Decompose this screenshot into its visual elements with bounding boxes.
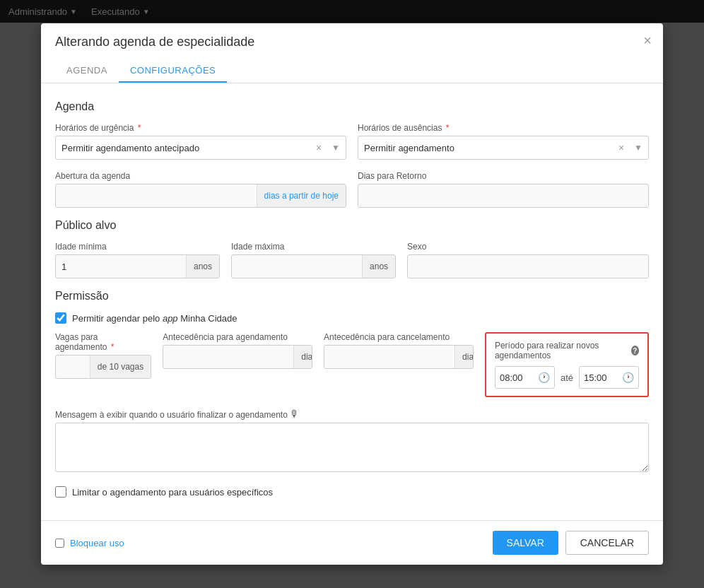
modal-overlay: Alterando agenda de especialidade × AGEN… (0, 0, 704, 588)
tab-agenda[interactable]: AGENDA (55, 59, 119, 83)
antecedencia-input-group: dias (163, 345, 312, 369)
cancelamento-suffix: dias (454, 346, 474, 368)
publico-row: Idade mínima anos Idade máxima anos Sexo (55, 242, 649, 278)
sexo-label: Sexo (407, 242, 649, 252)
idade-min-input-group: anos (55, 254, 220, 278)
modal-body: Agenda Horários de urgência * Permitir a… (41, 83, 663, 520)
chevron-down-icon: ▼ (628, 143, 648, 153)
permissao-heading: Permissão (55, 290, 649, 302)
idade-max-input-group: anos (231, 254, 396, 278)
vagas-periodo-row: Vagas para agendamento * de 10 vagas Ant… (55, 332, 649, 397)
periodo-label: Período para realizar novos agendamentos… (495, 341, 639, 360)
abertura-input[interactable] (56, 184, 257, 207)
bloquear-checkbox[interactable] (55, 539, 64, 548)
vagas-input[interactable] (56, 355, 90, 378)
cancelamento-input-group: dias (324, 345, 474, 369)
ausencias-select-wrapper[interactable]: Permitir agendamento × ▼ (358, 136, 649, 160)
retorno-label: Dias para Retorno (358, 171, 649, 181)
abertura-col: Abertura da agenda dias a partir de hoje (55, 171, 346, 208)
abertura-row: Abertura da agenda dias a partir de hoje… (55, 171, 649, 208)
limitar-checkbox-row: Limitar o agendamento para usuários espe… (55, 486, 649, 498)
idade-min-label: Idade mínima (55, 242, 220, 252)
vagas-input-group: de 10 vagas (55, 355, 151, 379)
tab-bar: AGENDA CONFIGURAÇÕES (55, 59, 649, 83)
urgencia-required: * (138, 123, 141, 133)
modal-dialog: Alterando agenda de especialidade × AGEN… (41, 23, 663, 565)
abertura-label: Abertura da agenda (55, 171, 346, 181)
idade-max-suffix: anos (362, 255, 395, 278)
idade-min-suffix: anos (186, 255, 219, 278)
periodo-inputs: 🕐 até 🕐 (495, 366, 639, 389)
urgencia-select[interactable]: Permitir agendamento antecipado (56, 136, 312, 159)
chevron-down-icon: ▼ (326, 143, 346, 153)
app-checkbox-label: Permitir agendar pelo app Minha Cidade (72, 313, 237, 324)
limitar-label: Limitar o agendamento para usuários espe… (72, 487, 273, 498)
antecedencia-input[interactable] (163, 346, 293, 368)
idade-min-input[interactable] (56, 255, 186, 278)
vagas-label: Vagas para agendamento * (55, 332, 151, 352)
vagas-suffix: de 10 vagas (90, 355, 151, 378)
antecedencia-suffix: dias (293, 346, 312, 368)
ausencias-col: Horários de ausências * Permitir agendam… (358, 123, 649, 160)
mensagem-group: Mensagem à exibir quando o usuário final… (55, 408, 649, 475)
modal-header: Alterando agenda de especialidade × AGEN… (41, 23, 663, 83)
periodo-box: Período para realizar novos agendamentos… (485, 332, 649, 397)
ausencias-required: * (446, 123, 450, 133)
modal-footer: Bloquear uso SALVAR CANCELAR (41, 520, 663, 565)
urgencia-col: Horários de urgência * Permitir agendame… (55, 123, 346, 160)
idade-max-label: Idade máxima (231, 242, 396, 252)
app-checkbox[interactable] (55, 312, 66, 324)
urgencia-select-wrapper[interactable]: Permitir agendamento antecipado × ▼ (55, 136, 346, 160)
periodo-start-input[interactable] (500, 372, 535, 383)
abertura-input-group: dias a partir de hoje (55, 184, 346, 208)
footer-left: Bloquear uso (55, 538, 124, 548)
sexo-col: Sexo (407, 242, 649, 278)
clock-icon: 🕐 (538, 372, 550, 383)
cancelamento-label: Antecedência para cancelamento (324, 332, 474, 342)
clock-icon: 🕐 (622, 372, 634, 383)
footer-right: SALVAR CANCELAR (493, 531, 649, 555)
antecedencia-label: Antecedência para agendamento (163, 332, 312, 342)
periodo-end-input[interactable] (584, 372, 619, 383)
retorno-col: Dias para Retorno (358, 171, 649, 208)
urgencia-clear-icon[interactable]: × (312, 142, 326, 153)
publico-heading: Público alvo (55, 219, 649, 232)
cancelamento-col: Antecedência para cancelamento dias (324, 332, 474, 369)
ausencias-label: Horários de ausências * (358, 123, 649, 133)
mensagem-textarea[interactable] (55, 423, 649, 472)
ate-label: até (561, 372, 573, 383)
sexo-input[interactable] (407, 254, 649, 278)
salvar-button[interactable]: SALVAR (493, 531, 558, 555)
vagas-col: Vagas para agendamento * de 10 vagas (55, 332, 151, 379)
agenda-heading: Agenda (55, 100, 649, 113)
limitar-checkbox[interactable] (55, 486, 66, 498)
ausencias-select[interactable]: Permitir agendamento (358, 136, 614, 159)
cancelar-button[interactable]: CANCELAR (565, 531, 649, 555)
idade-max-col: Idade máxima anos (231, 242, 396, 278)
close-button[interactable]: × (643, 33, 652, 47)
abertura-suffix: dias a partir de hoje (257, 184, 346, 207)
ausencias-clear-icon[interactable]: × (614, 142, 628, 153)
idade-max-input[interactable] (232, 255, 362, 278)
mensagem-label: Mensagem à exibir quando o usuário final… (55, 408, 649, 420)
bloquear-label: Bloquear uso (70, 538, 124, 548)
mic-icon: 🎙 (290, 408, 300, 420)
app-checkbox-row: Permitir agendar pelo app Minha Cidade (55, 312, 649, 324)
periodo-start-wrap: 🕐 (495, 366, 555, 389)
periodo-end-wrap: 🕐 (579, 366, 639, 389)
antecedencia-col: Antecedência para agendamento dias (163, 332, 312, 369)
horarios-row: Horários de urgência * Permitir agendame… (55, 123, 649, 160)
urgencia-label: Horários de urgência * (55, 123, 346, 133)
idade-min-col: Idade mínima anos (55, 242, 220, 278)
modal-title: Alterando agenda de especialidade (55, 35, 649, 49)
tab-configuracoes[interactable]: CONFIGURAÇÕES (119, 59, 227, 83)
help-icon: ? (631, 346, 639, 355)
retorno-input[interactable] (358, 184, 649, 208)
cancelamento-input[interactable] (324, 346, 454, 368)
